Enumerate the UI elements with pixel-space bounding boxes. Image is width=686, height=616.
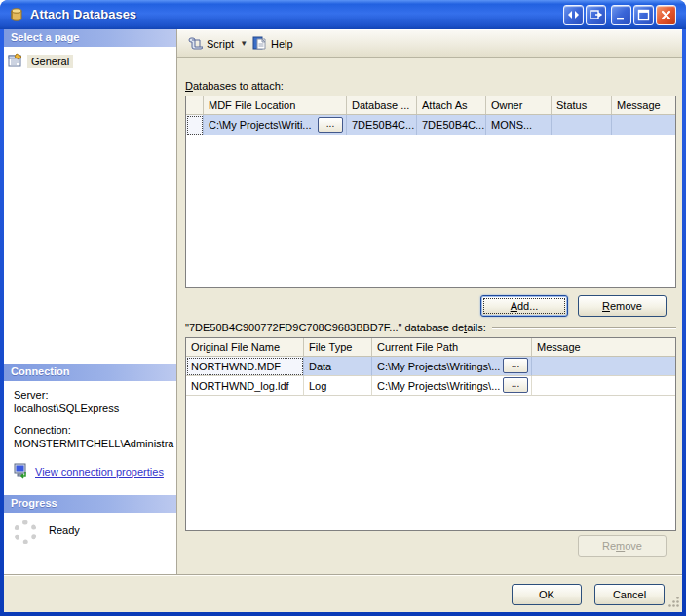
progress-status: Ready	[49, 524, 80, 536]
column-header-original-file-name[interactable]: Original File Name	[186, 338, 304, 356]
table-row[interactable]: NORTHWND.MDF Data C:\My Projects\Writing…	[186, 357, 675, 376]
undock-button[interactable]	[586, 5, 606, 25]
main-content: Script ▼ Help Databases to atta	[177, 29, 682, 574]
help-icon	[251, 35, 267, 53]
sidebar: Select a page General Connection	[4, 29, 177, 574]
progress-spinner-icon	[14, 520, 37, 544]
column-header-message[interactable]: Message	[532, 338, 675, 356]
cancel-button[interactable]: Cancel	[594, 584, 665, 605]
browse-button[interactable]: ...	[318, 117, 343, 133]
file-type-cell[interactable]: Log	[304, 376, 372, 396]
owner-cell[interactable]: MONS...	[486, 115, 552, 135]
browse-button[interactable]: ...	[503, 377, 528, 393]
attach-databases-dialog: Attach Databases	[0, 0, 686, 616]
connection-value: MONSTERMITCHELL\Administra	[14, 437, 176, 450]
general-page-icon	[8, 53, 23, 70]
original-file-name-cell[interactable]: NORTHWND.MDF	[186, 357, 304, 376]
window-title: Attach Databases	[30, 7, 136, 21]
progress-header: Progress	[4, 495, 176, 513]
help-label: Help	[271, 38, 293, 50]
column-header-message[interactable]: Message	[612, 96, 675, 114]
ok-button[interactable]: OK	[512, 584, 582, 605]
dialog-body: Select a page General Connection	[4, 29, 682, 612]
column-header-current-file-path[interactable]: Current File Path	[372, 338, 532, 356]
view-connection-properties-link[interactable]: View connection properties	[35, 466, 164, 478]
attach-as-cell[interactable]: 7DE50B4C...	[417, 115, 486, 135]
connection-properties-icon	[14, 463, 29, 481]
connection-panel: Server: localhost\SQLExpress Connection:…	[4, 381, 176, 495]
close-icon[interactable]	[656, 5, 676, 25]
minimize-button[interactable]	[611, 5, 631, 25]
script-button[interactable]: Script ▼	[183, 33, 251, 54]
browse-button[interactable]: ...	[503, 358, 528, 373]
sidebar-item-general[interactable]: General	[8, 53, 73, 70]
server-label: Server:	[14, 388, 176, 402]
column-header-file-type[interactable]: File Type	[304, 338, 372, 356]
add-button[interactable]: Add...	[480, 295, 568, 317]
row-selector-cell[interactable]	[186, 115, 204, 135]
mdf-file-location-cell[interactable]: C:\My Projects\Writi... ...	[204, 115, 347, 135]
message-cell[interactable]	[612, 115, 675, 135]
remove-details-button[interactable]: Remove	[578, 535, 667, 557]
script-icon	[187, 35, 203, 53]
attach-table: MDF File Location Database ... Attach As…	[185, 96, 676, 288]
attach-table-header: MDF File Location Database ... Attach As…	[186, 96, 675, 115]
groupbox-rule	[492, 327, 676, 328]
table-row[interactable]: C:\My Projects\Writi... ... 7DE50B4C... …	[186, 115, 675, 135]
progress-panel: Ready	[4, 513, 176, 574]
current-file-path-cell[interactable]: C:\My Projects\Writings\... ...	[372, 376, 532, 396]
original-file-name-cell[interactable]: NORTHWND_log.ldf	[186, 376, 304, 396]
message-cell[interactable]	[532, 376, 675, 396]
database-details-label: "7DE50B4C900772FD9C708C9683BBD7F..." dat…	[185, 322, 676, 333]
column-header-database[interactable]: Database ...	[347, 96, 417, 114]
details-table: Original File Name File Type Current Fil…	[185, 337, 676, 531]
script-label: Script	[207, 38, 234, 50]
message-cell[interactable]	[532, 357, 675, 376]
select-a-page-header: Select a page	[4, 29, 176, 47]
help-button[interactable]: Help	[248, 33, 297, 54]
file-type-cell[interactable]: Data	[304, 357, 372, 376]
titlebar[interactable]: Attach Databases	[0, 0, 686, 29]
table-row[interactable]: NORTHWND_log.ldf Log C:\My Projects\Writ…	[186, 376, 675, 396]
pane-switch-button[interactable]	[563, 5, 584, 25]
column-header[interactable]	[186, 96, 204, 114]
current-file-path-cell[interactable]: C:\My Projects\Writings\... ...	[372, 357, 532, 376]
databases-to-attach-label: Databases to attach:	[185, 80, 284, 92]
database-icon	[9, 7, 24, 24]
column-header-status[interactable]: Status	[552, 96, 612, 114]
page-list-panel: General	[4, 47, 176, 364]
resize-grip[interactable]	[667, 596, 680, 610]
toolbar: Script ▼ Help	[177, 29, 682, 58]
column-header-owner[interactable]: Owner	[486, 96, 552, 114]
server-value: localhost\SQLExpress	[14, 402, 176, 415]
details-table-header: Original File Name File Type Current Fil…	[186, 338, 675, 357]
connection-label: Connection:	[14, 423, 176, 437]
footer: OK Cancel	[4, 574, 682, 612]
connection-header: Connection	[4, 364, 176, 381]
remove-button[interactable]: Remove	[578, 295, 667, 317]
sidebar-item-label: General	[27, 55, 73, 68]
maximize-button[interactable]	[633, 5, 654, 25]
column-header-attach-as[interactable]: Attach As	[417, 96, 486, 114]
database-name-cell[interactable]: 7DE50B4C...	[347, 115, 417, 135]
chevron-down-icon: ▼	[240, 39, 248, 48]
status-cell[interactable]	[552, 115, 612, 135]
column-header-mdf-file-location[interactable]: MDF File Location	[204, 96, 347, 114]
